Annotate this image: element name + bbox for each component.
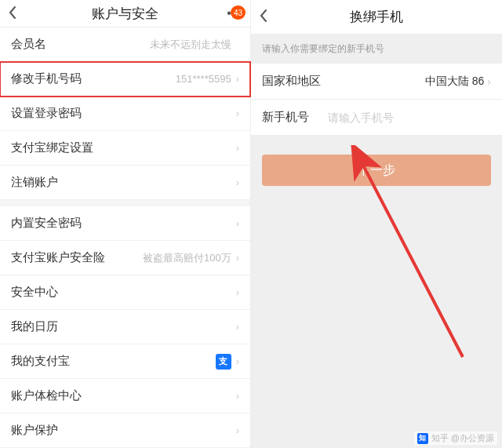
row-label: 我的支付宝 xyxy=(11,354,70,369)
chevron-right-icon: › xyxy=(236,142,239,154)
row-value: › xyxy=(231,286,239,298)
chevron-right-icon: › xyxy=(236,177,239,188)
chevron-right-icon: › xyxy=(236,73,239,85)
row-value: 被盗最高赔付100万› xyxy=(143,251,239,265)
row-account-check[interactable]: 账户体检中心 › xyxy=(0,379,250,413)
row-value: › xyxy=(231,217,239,229)
alipay-icon: 支 xyxy=(216,354,231,370)
row-value: › xyxy=(231,390,239,402)
row-label: 我的日历 xyxy=(11,319,58,334)
chevron-right-icon: › xyxy=(236,355,239,367)
row-value: › xyxy=(231,321,239,333)
row-label: 设置登录密码 xyxy=(11,106,82,121)
row-value: › xyxy=(231,142,239,154)
row-value: 未来不远别走太慢› xyxy=(150,38,239,52)
nav-more[interactable]: ••• 43 xyxy=(219,7,242,20)
row-alipay-insurance[interactable]: 支付宝账户安全险 被盗最高赔付100万› xyxy=(0,241,250,275)
row-value: › xyxy=(231,107,239,119)
row-value: 支 › xyxy=(216,354,239,370)
account-security-screen: 账户与安全 ••• 43 会员名 未来不远别走太慢› 修改手机号码 151***… xyxy=(0,0,251,448)
row-label: 修改手机号码 xyxy=(11,71,82,86)
row-security-center[interactable]: 安全中心 › xyxy=(0,275,250,310)
row-label: 账户保护 xyxy=(11,423,58,438)
phone-row: 新手机号 xyxy=(251,100,502,136)
row-login-password[interactable]: 设置登录密码 › xyxy=(0,97,250,131)
row-change-phone[interactable]: 修改手机号码 151****5595› xyxy=(0,62,250,97)
watermark: 知 知乎 @办公资源 xyxy=(414,432,497,445)
region-value: 中国大陆 86 › xyxy=(425,75,491,89)
chevron-right-icon: › xyxy=(236,321,239,333)
row-label: 安全中心 xyxy=(11,285,58,300)
next-button[interactable]: 下一步 xyxy=(262,155,491,186)
row-label: 支付宝账户安全险 xyxy=(11,250,105,265)
phone-input[interactable] xyxy=(328,111,491,124)
row-label: 内置安全密码 xyxy=(11,216,82,231)
back-button[interactable] xyxy=(8,5,31,22)
settings-list-2: 内置安全密码 › 支付宝账户安全险 被盗最高赔付100万› 安全中心 › 我的日… xyxy=(0,206,250,448)
row-member-name[interactable]: 会员名 未来不远别走太慢› xyxy=(0,27,250,62)
chevron-right-icon: › xyxy=(236,252,239,264)
chevron-right-icon: › xyxy=(236,107,239,119)
row-my-calendar[interactable]: 我的日历 › xyxy=(0,310,250,344)
row-my-alipay[interactable]: 我的支付宝 支 › xyxy=(0,344,250,379)
row-alipay-binding[interactable]: 支付宝绑定设置 › xyxy=(0,131,250,166)
row-label: 支付宝绑定设置 xyxy=(11,140,93,155)
settings-list-1: 会员名 未来不远别走太慢› 修改手机号码 151****5595› 设置登录密码… xyxy=(0,27,250,200)
section-gap xyxy=(0,200,250,206)
nav-bar: 换绑手机 xyxy=(251,0,502,35)
region-label: 国家和地区 xyxy=(262,74,328,89)
page-title: 账户与安全 xyxy=(31,5,219,23)
change-phone-screen: 换绑手机 请输入你需要绑定的新手机号 国家和地区 中国大陆 86 › 新手机号 … xyxy=(251,0,502,448)
chevron-right-icon: › xyxy=(236,390,239,402)
chevron-right-icon: › xyxy=(487,75,491,88)
nav-bar: 账户与安全 ••• 43 xyxy=(0,0,250,27)
page-title: 换绑手机 xyxy=(282,8,471,26)
input-hint: 请输入你需要绑定的新手机号 xyxy=(251,35,502,64)
phone-label: 新手机号 xyxy=(262,110,328,125)
row-value: › xyxy=(231,424,239,436)
notification-badge: 43 xyxy=(231,5,246,20)
watermark-text: 知乎 @办公资源 xyxy=(431,432,494,444)
row-account-protection[interactable]: 账户保护 › xyxy=(0,413,250,448)
chevron-right-icon: › xyxy=(236,217,239,229)
region-row[interactable]: 国家和地区 中国大陆 86 › xyxy=(251,64,502,100)
chevron-right-icon: › xyxy=(236,424,239,436)
row-label: 注销账户 xyxy=(11,175,58,190)
row-builtin-security-pw[interactable]: 内置安全密码 › xyxy=(0,206,250,241)
chevron-left-icon xyxy=(259,9,268,23)
row-delete-account[interactable]: 注销账户 › xyxy=(0,166,250,200)
row-label: 账户体检中心 xyxy=(11,388,82,403)
row-label: 会员名 xyxy=(11,37,46,52)
chevron-left-icon xyxy=(8,5,17,20)
back-button[interactable] xyxy=(259,9,282,25)
row-value: 151****5595› xyxy=(176,73,239,85)
chevron-right-icon: › xyxy=(236,286,239,298)
zhihu-icon: 知 xyxy=(417,433,428,444)
row-value: › xyxy=(231,177,239,188)
